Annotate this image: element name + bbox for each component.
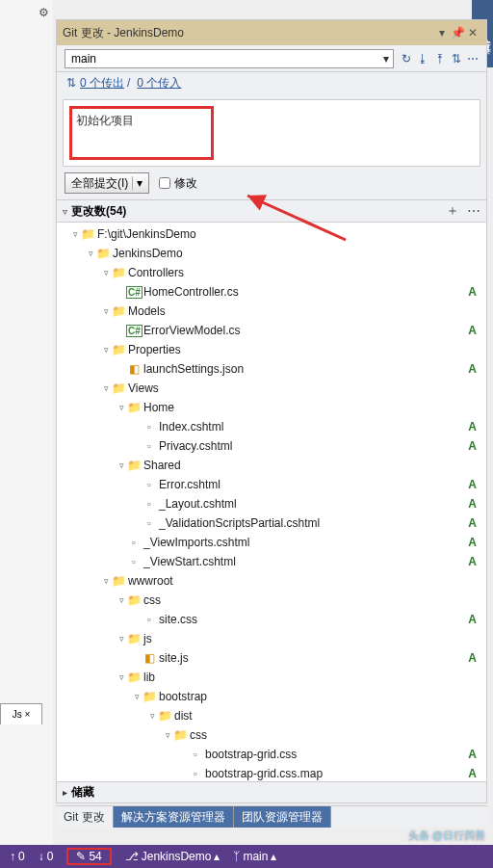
tree-row[interactable]: ▿📁bootstrap [57,687,486,706]
expand-icon[interactable]: ▿ [101,345,111,355]
left-dock-tab[interactable]: Js × [0,703,42,724]
changes-section-header[interactable]: ▿ 更改数(54) ＋ ⋯ [57,199,486,223]
tree-row[interactable]: C#ErrorViewModel.csA [57,321,486,340]
push-icon[interactable]: ⭱ [434,52,446,66]
pin-icon[interactable]: 📌 [450,26,465,39]
status-bar: ↑ 0 ↓ 0 ✎ 54 ⎇ JenkinsDemo ▴ ᛉ main ▴ [0,845,493,868]
tree-row[interactable]: ▫Error.cshtmlA [57,475,486,494]
stash-section-header[interactable]: ▸ 储藏 [57,781,486,802]
tree-row[interactable]: ▿📁css [57,591,486,610]
change-badge: A [468,651,477,665]
outgoing-link[interactable]: 0 个传出 [80,75,124,92]
commit-message-input[interactable]: 初始化项目 [69,106,214,160]
git-action-icons: ↻ ⭳ ⭱ ⇅ ⋯ [402,52,479,66]
commit-area: 初始化项目 [63,99,480,167]
tree-row[interactable]: ▿📁Properties [57,340,486,359]
tree-row[interactable]: ▿📁js [57,629,486,648]
change-badge: A [468,555,477,568]
expand-icon[interactable]: ▿ [101,306,111,316]
tree-row[interactable]: ▿📁css [57,725,486,745]
folder-icon: 📁 [111,381,126,395]
folder-icon: 📁 [157,709,172,723]
tree-item-label: JenkinsDemo [113,247,183,260]
expand-icon[interactable]: ▿ [117,595,126,605]
tree-item-label: Properties [128,343,181,356]
expand-icon[interactable]: ▿ [147,711,157,721]
tree-item-label: Models [128,304,166,318]
expand-icon[interactable]: ▿ [101,383,111,393]
expand-icon[interactable]: ▿ [132,692,142,701]
expand-icon[interactable]: ▿ [117,672,126,682]
pull-icon[interactable]: ⭳ [417,52,428,66]
tree-row[interactable]: ▿📁Shared [57,456,486,475]
expand-icon[interactable]: ▿ [163,730,172,740]
status-repo[interactable]: ⎇ JenkinsDemo ▴ [125,850,221,863]
status-push[interactable]: ↑ 0 [10,850,25,863]
more-icon[interactable]: ⋯ [467,203,480,219]
bottom-tabs: Git 更改 解决方案资源管理器 团队资源管理器 [56,805,487,827]
tree-row[interactable]: ▿📁Controllers [57,263,486,282]
folder-icon: 📁 [111,574,126,588]
expand-icon[interactable]: ▿ [117,403,126,412]
expand-icon[interactable]: ▿ [86,249,95,258]
expand-icon[interactable]: ▿ [70,229,80,239]
close-icon[interactable]: ✕ [465,26,480,39]
change-badge: A [468,613,477,626]
status-pending-changes[interactable]: ✎ 54 [66,848,111,865]
tab-team-explorer[interactable]: 团队资源管理器 [234,806,331,828]
tree-row[interactable]: ▿📁wwwroot [57,571,486,591]
tree-item-label: _ViewImports.cshtml [143,536,249,549]
change-badge: A [468,362,477,376]
tree-item-label: js [143,632,152,645]
chevron-down-icon[interactable]: ▿ [63,206,67,217]
expand-icon[interactable]: ▿ [101,268,111,277]
chevron-right-icon[interactable]: ▸ [63,787,67,798]
amend-checkbox[interactable]: 修改 [159,175,197,192]
status-pull[interactable]: ↓ 0 [39,850,54,863]
incoming-link[interactable]: 0 个传入 [137,75,181,92]
gear-icon[interactable]: ⚙ [39,6,49,19]
expand-icon[interactable]: ▿ [101,576,111,586]
tree-row[interactable]: ▫_ValidationScriptsPartial.cshtmlA [57,513,486,533]
tree-row[interactable]: ▫site.cssA [57,610,486,629]
tree-row[interactable]: ▫Privacy.cshtmlA [57,436,486,456]
tree-row[interactable]: ▫_ViewStart.cshtmlA [57,552,486,571]
tree-row[interactable]: ▿📁Views [57,379,486,398]
tree-row[interactable]: ▫_Layout.cshtmlA [57,494,486,513]
tree-row[interactable]: ▿📁F:\git\JenkinsDemo [57,224,486,244]
tree-row[interactable]: ▫bootstrap-grid.cssA [57,745,486,764]
tree-item-label: css [190,728,207,742]
stage-all-icon[interactable]: ＋ [446,202,459,220]
status-branch[interactable]: ᛉ main ▴ [233,850,276,863]
changes-tree[interactable]: ▿📁F:\git\JenkinsDemo▿📁JenkinsDemo▿📁Contr… [57,223,486,781]
change-badge: A [468,285,477,299]
expand-icon[interactable]: ▿ [117,460,126,470]
tree-row[interactable]: ▿📁lib [57,668,486,687]
folder-icon: 📁 [126,459,142,472]
tree-row[interactable]: ▿📁JenkinsDemo [57,244,486,263]
dropdown-icon[interactable]: ▾ [434,26,450,39]
tab-solution-explorer[interactable]: 解决方案资源管理器 [114,806,234,828]
tree-row[interactable]: ▫_ViewImports.cshtmlA [57,533,486,552]
tree-row[interactable]: ◧launchSettings.jsonA [57,359,486,379]
tree-row[interactable]: C#HomeController.csA [57,282,486,302]
sync-icon[interactable]: ⇅ [452,52,461,66]
tab-git-changes[interactable]: Git 更改 [56,806,114,828]
tree-row[interactable]: ▿📁Models [57,302,486,321]
fetch-icon[interactable]: ↻ [402,52,411,66]
tree-row[interactable]: ▿📁dist [57,706,486,725]
commit-all-button[interactable]: 全部提交(I) ▾ [65,172,149,194]
tree-item-label: Views [128,381,159,395]
amend-checkbox-input[interactable] [159,177,170,189]
tree-row[interactable]: ◧site.jsA [57,648,486,668]
expand-icon[interactable]: ▿ [117,634,126,644]
file-icon: ▫ [188,748,203,761]
branch-selector[interactable]: main [65,49,394,68]
tree-item-label: site.js [159,651,189,665]
chevron-down-icon[interactable]: ▾ [132,176,143,190]
tree-item-label: site.css [159,613,197,626]
tree-row[interactable]: ▫Index.cshtmlA [57,417,486,436]
more-icon[interactable]: ⋯ [467,52,479,66]
tree-row[interactable]: ▿📁Home [57,398,486,417]
tree-row[interactable]: ▫bootstrap-grid.css.mapA [57,764,486,781]
